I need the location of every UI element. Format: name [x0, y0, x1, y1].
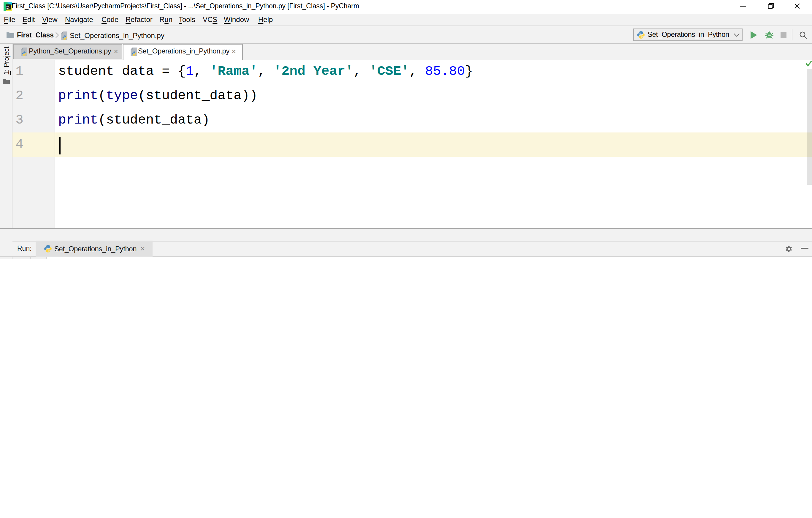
svg-text:PC: PC	[6, 5, 10, 8]
